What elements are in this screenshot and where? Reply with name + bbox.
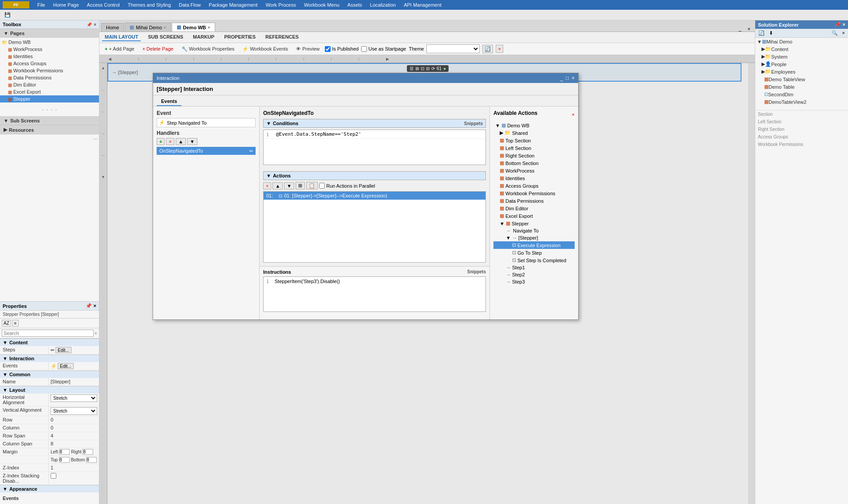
props-sort-cat[interactable]: ≡	[12, 320, 19, 327]
page-tab-sub-screens[interactable]: SUB SCREENS	[145, 33, 185, 41]
handler-up-btn[interactable]: ▲	[176, 138, 186, 145]
content-section-header[interactable]: ▼ Content	[0, 339, 99, 346]
search-clear-icon[interactable]: ×	[95, 331, 97, 336]
events-edit-button[interactable]: Edit...	[58, 363, 74, 369]
ruler-nav-right[interactable]: ▶	[386, 57, 389, 61]
action-paste-btn[interactable]: 📋	[306, 182, 318, 189]
tab-mihai-demo[interactable]: ▦ Mihai Demo ×	[125, 23, 171, 32]
h-align-select[interactable]: Stretch	[51, 394, 97, 402]
z-stacking-checkbox[interactable]	[51, 473, 56, 479]
preview-button[interactable]: 👁 Preview	[293, 45, 322, 52]
sol-employees[interactable]: ▶ 📁 Employees	[755, 68, 848, 75]
sol-exp-pin-icon[interactable]: 📌	[835, 22, 841, 28]
margin-left-input[interactable]	[59, 449, 70, 455]
action-del-btn[interactable]: ×	[263, 182, 271, 189]
props-search-input[interactable]	[2, 330, 94, 337]
menu-workbook[interactable]: Workbook Menu	[300, 1, 343, 8]
is-published-checkbox[interactable]	[325, 46, 331, 52]
run-parallel-checkbox[interactable]	[319, 183, 325, 189]
toolbox-pin-icon[interactable]: 📌	[87, 22, 92, 27]
margin-right-input[interactable]	[83, 449, 93, 455]
tree-item-stepper[interactable]: ▦ Stepper	[0, 95, 99, 102]
sol-x-btn[interactable]: ×	[841, 30, 846, 36]
props-sort-alpha[interactable]: AZ	[2, 320, 11, 327]
avail-access-groups[interactable]: ▦ Access Groups	[493, 182, 575, 189]
toolbar2-save[interactable]: 💾	[2, 11, 13, 19]
v-align-select[interactable]: Stretch	[51, 407, 97, 415]
menu-themes[interactable]: Themes and Styling	[124, 1, 174, 8]
appearance-section-header[interactable]: ▼ Appearance	[0, 485, 99, 492]
sol-refresh-btn[interactable]: 🔄	[757, 30, 766, 36]
avail-right-section[interactable]: ▦ Right Section	[493, 152, 575, 159]
props-pin-icon[interactable]: 📌	[86, 303, 92, 309]
sol-second-dim[interactable]: ⊡ SecondDim	[755, 91, 848, 98]
tab-demo-close[interactable]: ×	[208, 25, 210, 30]
action-up-btn[interactable]: ▲	[272, 182, 283, 189]
props-close-icon[interactable]: ×	[94, 303, 96, 309]
cancel-theme-button[interactable]: ×	[496, 45, 503, 53]
avail-step1[interactable]: → Step1	[493, 264, 575, 271]
theme-select[interactable]	[426, 44, 480, 53]
sol-system[interactable]: ▶ 📁 System	[755, 53, 848, 60]
tab-mihai-close[interactable]: ×	[164, 25, 166, 30]
avail-left-section[interactable]: ▦ Left Section	[493, 144, 575, 152]
page-tab-properties[interactable]: PROPERTIES	[221, 33, 258, 41]
handler-item[interactable]: OnStepNavigatedTo ✏	[157, 147, 256, 155]
avail-excel-export[interactable]: ▦ Excel Export	[493, 212, 575, 220]
add-page-button[interactable]: + + Add Page	[102, 45, 137, 52]
dialog-tab-events[interactable]: Events	[157, 97, 181, 106]
avail-go-to-step[interactable]: ⊡ Go To Step	[493, 249, 575, 256]
avail-stepper[interactable]: ▼ ▦ Stepper	[493, 220, 575, 227]
page-tab-markup[interactable]: MARKUP	[190, 33, 217, 41]
sub-screens-header[interactable]: ▼ Sub Screens	[0, 116, 99, 125]
menu-homepage[interactable]: Home Page	[50, 1, 83, 8]
action-down-btn[interactable]: ▼	[284, 182, 294, 189]
avail-shared[interactable]: ▶ 📁 Shared	[493, 129, 575, 137]
tree-item-identities[interactable]: ▦ Identities	[0, 53, 99, 60]
mini-icon-4[interactable]: ⊟	[426, 66, 430, 71]
layout-section-header[interactable]: ▼ Layout	[0, 386, 99, 394]
dialog-maximize-btn[interactable]: □	[566, 75, 569, 81]
sol-content[interactable]: ▶ 📁 Content	[755, 45, 848, 53]
mini-status-icon[interactable]: ●	[443, 66, 446, 71]
mini-icon-5[interactable]: ⟳	[431, 66, 435, 71]
sol-exp-close-icon[interactable]: ×	[843, 22, 845, 28]
menu-api[interactable]: API Management	[400, 1, 445, 8]
margin-bottom-input[interactable]	[86, 457, 97, 463]
mini-icon-1[interactable]: ☰	[410, 66, 414, 71]
common-section-header[interactable]: ▼ Common	[0, 370, 99, 378]
steps-edit-button[interactable]: Edit...	[55, 347, 71, 353]
menu-workprocess[interactable]: Work Process	[262, 1, 300, 8]
avail-data-perms[interactable]: ▦ Data Permissions	[493, 197, 575, 205]
sol-search-btn[interactable]: 🔍	[830, 30, 839, 36]
delete-page-button[interactable]: × Delete Page	[140, 45, 176, 52]
event-item[interactable]: ⚡ Step Navigated To	[157, 118, 256, 127]
handler-down-btn[interactable]: ▼	[187, 138, 197, 145]
canvas-scrollbar-right[interactable]	[748, 63, 755, 504]
refresh-button[interactable]: 🔄	[482, 45, 493, 53]
avail-step3[interactable]: → Step3	[493, 278, 575, 285]
avail-workprocess[interactable]: ▦ WorkProcess	[493, 167, 575, 174]
tree-item-excel-export[interactable]: ▦ Excel Export	[0, 88, 99, 95]
options-icon[interactable]: ···	[93, 136, 97, 142]
tree-item-workbook-perms[interactable]: ▦ Workbook Permissions	[0, 67, 99, 74]
tab-panel-icon[interactable]: ×	[745, 26, 753, 32]
handler-add-btn[interactable]: +	[157, 138, 165, 145]
sol-mihai-demo[interactable]: ▼ ▦ Mihai Demo	[755, 38, 848, 45]
page-tab-main-layout[interactable]: MAIN LAYOUT	[102, 33, 141, 41]
avail-bottom-section[interactable]: ▦ Bottom Section	[493, 159, 575, 167]
dialog-minimize-btn[interactable]: _	[560, 75, 563, 81]
action-copy-btn[interactable]: ⊞	[296, 182, 305, 189]
menu-assets[interactable]: Assets	[344, 1, 366, 8]
tab-minimize-icon[interactable]: _	[736, 26, 744, 32]
sol-demo-tableview[interactable]: ▦ Demo TableView	[755, 75, 848, 83]
pages-section-header[interactable]: ▼ Pages	[0, 29, 99, 38]
sol-demo-tableview2[interactable]: ▦ DemoTableView2	[755, 98, 848, 106]
avail-demo-wb[interactable]: ▼ ▦ Demo WB	[493, 122, 575, 129]
page-tab-references[interactable]: REFERENCES	[263, 33, 301, 41]
tree-item-data-perms[interactable]: ▦ Data Permissions	[0, 74, 99, 81]
handler-del-btn[interactable]: ×	[166, 138, 174, 145]
mini-icon-2[interactable]: ⊞	[415, 66, 419, 71]
ruler-nav-up[interactable]: ▲	[101, 66, 105, 70]
tree-item-dim-editor[interactable]: ▦ Dim Editor	[0, 81, 99, 88]
